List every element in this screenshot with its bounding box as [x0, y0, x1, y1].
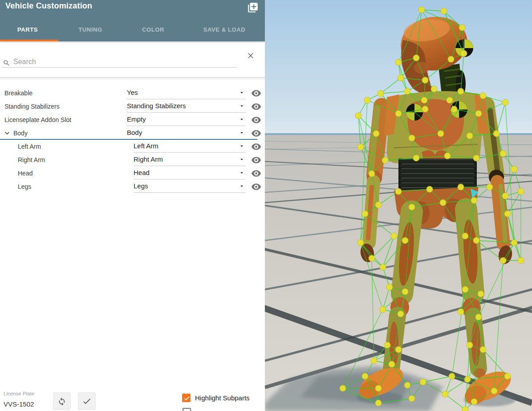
tab-bar: PARTS TUNING COLOR SAVE & LOAD — [0, 20, 265, 41]
secondary-checkbox-partial[interactable] — [183, 408, 191, 411]
active-tab-indicator — [0, 40, 58, 41]
part-dropdown-value: Legs — [134, 180, 148, 192]
part-row-standing-stabilizers[interactable]: Standing Stabilizers Standing Stabilizer… — [0, 100, 265, 113]
part-dropdown[interactable]: Right Arm — [134, 153, 246, 166]
tab-label: TUNING — [78, 26, 102, 33]
part-row-legs[interactable]: Legs Legs — [0, 180, 265, 193]
add-window-icon — [247, 2, 259, 13]
part-dropdown-value: Body — [127, 126, 142, 139]
visibility-toggle-icon[interactable] — [251, 115, 261, 125]
dropdown-arrow-icon — [239, 183, 245, 189]
visibility-toggle-icon[interactable] — [251, 155, 261, 165]
panel-header: Vehicle Customization PARTS TUNING COLOR… — [0, 0, 265, 41]
part-label: Legs — [18, 180, 31, 193]
license-plate-label: License Plate — [4, 391, 34, 396]
part-dropdown-value: Empty — [127, 113, 146, 126]
part-dropdown-value: Head — [134, 167, 150, 179]
dropdown-arrow-icon — [239, 130, 245, 136]
part-dropdown-value: Right Arm — [134, 153, 163, 166]
part-dropdown[interactable]: Body — [127, 126, 246, 139]
part-dropdown[interactable]: Yes — [127, 86, 246, 99]
visibility-toggle-icon[interactable] — [251, 142, 261, 152]
tab-parts[interactable]: PARTS — [17, 20, 38, 40]
tab-label: COLOR — [142, 26, 164, 33]
part-row-licenseplate-addon-slot[interactable]: Licenseplate Addon Slot Empty — [0, 113, 265, 126]
search-input[interactable] — [12, 55, 210, 69]
visibility-toggle-icon[interactable] — [251, 128, 261, 138]
search-icon — [3, 59, 10, 67]
refresh-icon — [57, 396, 67, 406]
tab-color[interactable]: COLOR — [142, 20, 164, 40]
visibility-toggle-icon[interactable] — [251, 88, 261, 98]
panel-title: Vehicle Customization — [5, 1, 92, 11]
chevron-down-icon[interactable] — [3, 129, 12, 138]
license-plate-value: VVS-1502 — [4, 400, 34, 408]
vehicle-customization-panel: Vehicle Customization PARTS TUNING COLOR… — [0, 0, 265, 411]
part-label: Licenseplate Addon Slot — [4, 113, 71, 126]
highlight-subparts-checkbox[interactable] — [182, 394, 191, 402]
part-dropdown[interactable]: Left Arm — [134, 140, 246, 153]
part-dropdown-value: Standing Stabilizers — [127, 100, 186, 112]
beamng-vehicle-customization-screen: Vehicle Customization PARTS TUNING COLOR… — [0, 0, 532, 411]
license-plate-random-button[interactable] — [53, 392, 71, 410]
license-plate-apply-button[interactable] — [78, 392, 96, 410]
visibility-toggle-icon[interactable] — [251, 168, 261, 179]
part-dropdown[interactable]: Empty — [127, 113, 246, 126]
part-label: Body — [13, 126, 28, 140]
part-dropdown-value: Left Arm — [134, 140, 158, 152]
parts-list: Breakable Yes — [0, 86, 265, 193]
tab-save-load[interactable]: SAVE & LOAD — [203, 20, 245, 40]
part-dropdown[interactable]: Head — [134, 167, 246, 179]
check-icon — [82, 396, 92, 406]
part-dropdown-value: Yes — [127, 86, 138, 99]
highlight-subparts-label: Highlight Subparts — [195, 394, 250, 402]
part-label: Right Arm — [18, 153, 45, 167]
tab-tuning[interactable]: TUNING — [78, 20, 102, 40]
search-underline — [2, 67, 237, 68]
detach-window-button[interactable] — [247, 2, 259, 13]
part-dropdown[interactable]: Standing Stabilizers — [127, 100, 246, 113]
part-row-head[interactable]: Head Head — [0, 167, 265, 180]
checkmark-icon — [183, 395, 190, 402]
part-row-breakable[interactable]: Breakable Yes — [0, 86, 265, 100]
part-label: Left Arm — [18, 140, 41, 153]
search-section — [0, 48, 265, 77]
dropdown-arrow-icon — [239, 156, 245, 163]
part-row-body[interactable]: Body Body — [0, 126, 265, 140]
dropdown-arrow-icon — [239, 143, 245, 149]
tab-label: PARTS — [17, 26, 38, 33]
dropdown-arrow-icon — [239, 170, 245, 176]
visibility-toggle-icon[interactable] — [251, 182, 261, 192]
viewport-3d[interactable] — [265, 0, 532, 411]
part-dropdown[interactable]: Legs — [134, 180, 246, 193]
dropdown-arrow-icon — [239, 90, 245, 96]
part-row-right-arm[interactable]: Right Arm Right Arm — [0, 153, 265, 167]
tab-label: SAVE & LOAD — [203, 26, 245, 33]
part-row-left-arm[interactable]: Left Arm Left Arm — [0, 140, 265, 153]
section-divider — [0, 77, 265, 81]
visibility-toggle-icon[interactable] — [251, 102, 261, 112]
part-label: Breakable — [4, 86, 32, 100]
dropdown-arrow-icon — [239, 103, 245, 109]
dropdown-arrow-icon — [239, 116, 245, 122]
part-label: Standing Stabilizers — [4, 100, 60, 113]
part-label: Head — [18, 167, 32, 180]
close-icon[interactable] — [246, 51, 255, 60]
